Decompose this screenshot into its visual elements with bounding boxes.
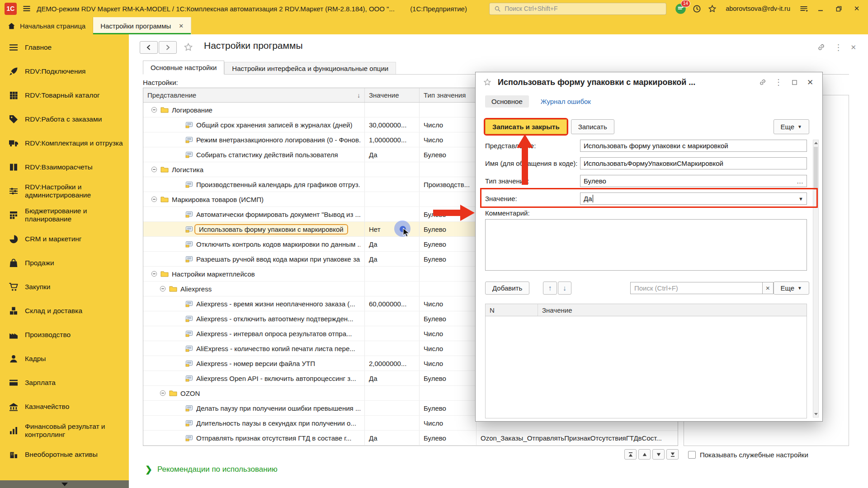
main-menu-icon[interactable] [21, 3, 32, 14]
sidebar-item[interactable]: Кадры [0, 347, 129, 370]
sidebar-item[interactable]: Склад и доставка [0, 300, 129, 322]
dialog-close-icon[interactable]: ✕ [805, 77, 815, 87]
value-type-input[interactable]: Булево… [580, 175, 807, 187]
scroll-down-icon[interactable] [813, 411, 818, 417]
sidebar-item[interactable]: Производство [0, 324, 129, 346]
service-menu-icon[interactable] [798, 3, 809, 14]
tab-interface-settings[interactable]: Настройки интерфейса и функциональные оп… [224, 62, 396, 74]
sidebar-item[interactable]: Закупки [0, 276, 129, 298]
sidebar-item[interactable]: Внеоборотные активы [0, 443, 129, 466]
search-placeholder: Поиск Ctrl+Shift+F [505, 5, 557, 12]
dialog-star-icon[interactable] [483, 78, 492, 87]
dialog-more-button[interactable]: Еще▼ [774, 119, 809, 134]
presentation-input[interactable]: Использовать форму упаковки с маркировко… [580, 140, 807, 152]
tab-program-settings[interactable]: Настройки программы ✕ [93, 17, 191, 34]
constant-icon [185, 256, 193, 263]
discussions-icon[interactable]: 14 [675, 3, 687, 15]
list-more-button[interactable]: Еще▼ [774, 282, 809, 295]
setting-value-type: Булево [420, 222, 476, 236]
dialog-link-icon[interactable] [758, 77, 768, 87]
service-settings-checkbox[interactable] [688, 451, 696, 459]
sidebar-scroll-down[interactable] [0, 480, 129, 488]
current-user[interactable]: aborovtsova@rdv-it.ru [726, 5, 790, 12]
setting-label: Aliexpress Open API - включить автопроце… [196, 375, 356, 382]
sidebar-item[interactable]: RDV:Товарный каталог [0, 84, 129, 107]
restore-button[interactable] [832, 3, 845, 14]
favorite-page-star-icon[interactable] [183, 42, 193, 52]
choose-type-button[interactable]: … [793, 177, 803, 185]
code-name-input[interactable]: ИспользоватьФормуУпаковкиСМаркировкой [580, 157, 807, 169]
setting-label: Логистика [172, 166, 203, 174]
collapse-icon[interactable] [151, 166, 157, 173]
save-and-close-button[interactable]: Записать и закрыть [485, 119, 567, 134]
scrollbar-thumb[interactable] [814, 147, 818, 190]
back-button[interactable] [140, 41, 158, 54]
value-dropdown-button[interactable]: ▼ [798, 196, 803, 202]
dialog-scrollbar[interactable] [813, 140, 819, 418]
presentation-field-row: Представление: Использовать форму упаков… [485, 140, 807, 152]
history-icon[interactable] [691, 3, 702, 14]
settings-row[interactable]: Отправлять признак отсутствия ГТД в сост… [143, 431, 678, 446]
dialog-maximize-icon[interactable] [789, 77, 799, 87]
sidebar-item[interactable]: RDV:Комплектация и отгрузка [0, 132, 129, 155]
setting-value [365, 416, 420, 430]
close-window-button[interactable]: ✕ [850, 3, 863, 14]
collapse-icon[interactable] [160, 286, 166, 292]
clear-search-icon[interactable]: ✕ [763, 282, 773, 294]
column-presentation[interactable]: Представление↓ [143, 88, 365, 102]
row-down-button[interactable]: ↓ [558, 282, 571, 295]
sidebar-item[interactable]: RDV:Подключения [0, 60, 129, 83]
value-input[interactable]: Да▼ [580, 192, 807, 205]
save-button[interactable]: Записать [571, 119, 614, 134]
sidebar-item[interactable]: Продажи [0, 252, 129, 274]
scroll-up-icon[interactable] [813, 140, 818, 146]
column-value[interactable]: Значение [365, 88, 420, 102]
move-bottom-button[interactable] [666, 449, 679, 460]
move-top-button[interactable] [624, 449, 637, 460]
dialog-tab-main[interactable]: Основное [485, 95, 529, 108]
forward-button[interactable] [159, 41, 177, 54]
tab-close-icon[interactable]: ✕ [179, 23, 184, 29]
add-button[interactable]: Добавить [485, 282, 529, 295]
dialog-more-icon[interactable]: ⋮ [774, 77, 783, 87]
recommendations-link[interactable]: ❯ Рекомендации по использованию [145, 464, 278, 474]
collapse-icon[interactable] [151, 271, 157, 277]
collapse-icon[interactable] [151, 196, 157, 202]
close-form-icon[interactable]: ✕ [850, 43, 856, 52]
tab-main-settings[interactable]: Основные настройки [143, 61, 224, 75]
favorites-star-icon[interactable] [707, 3, 717, 14]
setting-label: Маркировка товаров (ИСМП) [172, 196, 264, 203]
list-search-input[interactable]: Поиск (Ctrl+F) [630, 282, 763, 294]
dialog-tab-error-log[interactable]: Журнал ошибок [541, 98, 591, 105]
move-down-button[interactable] [652, 449, 665, 460]
sidebar-item[interactable]: RDV:Взаиморасчеты [0, 156, 129, 178]
sidebar-item[interactable]: Зарплата [0, 371, 129, 394]
form-header-icons: ⋮ ✕ [816, 42, 856, 52]
sidebar-item[interactable]: Казначейство [0, 395, 129, 418]
sidebar-item[interactable]: CRM и маркетинг [0, 228, 129, 250]
more-actions-icon[interactable]: ⋮ [834, 43, 842, 52]
sidebar-item[interactable]: Бюджетирование и планирование [0, 204, 129, 226]
setting-value: 2,0000000... [365, 356, 420, 371]
column-value-type[interactable]: Тип значения [420, 88, 476, 102]
minimize-button[interactable] [814, 3, 827, 14]
row-up-button[interactable]: ↑ [543, 282, 557, 295]
link-icon[interactable] [816, 42, 826, 52]
move-up-button[interactable] [638, 449, 651, 460]
setting-value: Да [365, 237, 420, 251]
sidebar-item[interactable]: Финансовый результат и контроллинг [0, 419, 129, 442]
list-column-value: Значение [538, 304, 807, 316]
collapse-icon[interactable] [151, 107, 157, 113]
recommendations-label: Рекомендации по использованию [157, 465, 278, 474]
dialog-tabs: Основное Журнал ошибок [485, 94, 591, 108]
planning-icon [8, 210, 19, 221]
tab-home[interactable]: Начальная страница [0, 17, 93, 34]
chevron-down-icon: ▼ [797, 124, 802, 129]
global-search-input[interactable]: Поиск Ctrl+Shift+F [489, 3, 666, 15]
sidebar-item[interactable]: Главное [0, 36, 129, 59]
comment-textarea[interactable] [485, 219, 807, 271]
sidebar-item[interactable]: RDV:Работа с заказами [0, 108, 129, 131]
sidebar-item[interactable]: RDV:Настройки и администрирование [0, 180, 129, 202]
collapse-icon[interactable] [160, 390, 166, 396]
values-list-body[interactable] [485, 316, 807, 418]
